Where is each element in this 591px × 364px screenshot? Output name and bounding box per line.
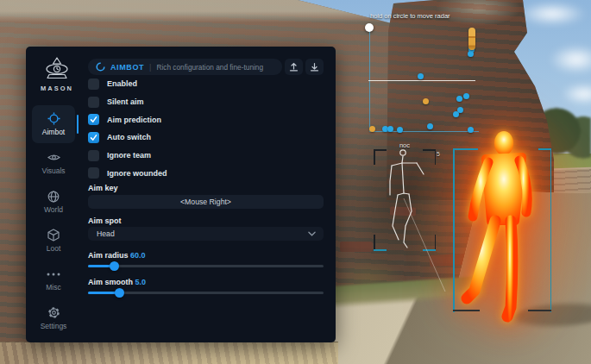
radar-dot [468,127,474,133]
sidebar-item-label: Loot [47,244,61,253]
slider-label: Aim smooth [88,278,133,286]
header-bar: AIMBOT | Rich configuration and fine-tun… [88,59,282,75]
sidebar-item-misc[interactable]: Misc [32,260,75,298]
radar-dot [418,73,424,79]
esp-box-corner [528,310,551,311]
sidebar-item-label: World [44,205,63,214]
globe-icon [47,190,60,203]
aim-spot-label: Aim spot [88,217,122,225]
checkbox-label: Ignore team [107,151,151,160]
esp-box-right [550,148,552,312]
checkbox-row-aim-prediction[interactable]: Aim prediction [88,110,324,129]
slider-thumb[interactable] [115,288,124,298]
aim-radius-slider[interactable] [88,261,324,271]
import-config-button[interactable] [305,59,324,75]
spinner-icon [96,62,105,72]
radar-dot [456,96,462,102]
esp-box-corner [453,148,478,150]
header-separator: | [149,63,151,72]
skeleton-esp: noc 5 [367,138,453,311]
aim-radius-label: Aim radius 60.0 [88,251,146,260]
checkbox-label: Aim prediction [107,116,161,124]
sidebar-item-aimbot[interactable]: Aimbot [32,105,75,143]
checkbox[interactable] [88,132,99,143]
aim-key-bind-button[interactable]: <Mouse Right> [88,195,324,209]
check-icon [90,134,97,141]
sidebar-item-label: Settings [41,322,67,330]
cloud [518,2,587,26]
logo: MASON [26,57,88,92]
check-icon [90,116,97,123]
sidebar-item-visuals[interactable]: Visuals [32,144,75,182]
page-subtitle: Rich configuration and fine-tuning [156,63,263,72]
player-esp-box [453,148,551,312]
aim-target-line [404,198,445,292]
skeleton-bones [367,138,453,311]
cloud [549,45,591,74]
radar-dot [468,51,474,57]
chevron-down-icon [308,229,316,238]
sidebar-item-world[interactable]: World [32,183,75,221]
sidebar-item-label: Visuals [41,166,65,175]
eye-icon [47,151,60,164]
checkbox[interactable] [88,150,99,161]
gear-icon [47,306,60,319]
radar-dot [427,123,433,129]
checkbox-label: Ignore wounded [107,169,167,178]
aim-spot-dropdown[interactable]: Head [88,227,324,241]
ground-strip [0,342,338,364]
aim-smooth-label: Aim smooth 5.0 [88,278,146,286]
esp-box-corner [538,148,551,150]
radar-widget[interactable]: hold on circle to move radar [359,10,501,148]
checkbox-row-auto-switch[interactable]: Auto switch [88,129,324,147]
radar-marker-capsule [468,28,475,50]
upload-icon [289,62,299,72]
checkbox-row-ignore-team[interactable]: Ignore team [88,147,324,165]
mason-eye-logo-icon [43,57,71,80]
aim-key-label: Aim key [88,184,118,192]
radar-dot [387,126,393,132]
menu-main-content: AIMBOT | Rich configuration and fine-tun… [88,47,324,342]
checkbox-label: Silent aim [107,97,144,106]
crosshair-icon [47,112,60,125]
esp-box-corner [453,310,480,311]
checkbox[interactable] [88,167,99,179]
sidebar-item-label: Misc [46,283,60,292]
checkbox[interactable] [88,97,99,108]
aim-smooth-slider[interactable] [88,288,324,298]
menu-header: AIMBOT | Rich configuration and fine-tun… [88,59,324,75]
slider-track[interactable] [88,265,324,267]
radar-dot [423,98,429,104]
radar-dot [463,93,469,99]
radar-dot [369,126,375,132]
page-title: AIMBOT [110,63,144,72]
aim-spot-value: Head [97,229,115,238]
checkbox-list: Enabled Silent aim Aim prediction Auto s… [88,75,324,182]
radar-dot [453,111,459,117]
slider-value: 60.0 [130,251,146,260]
slider-label: Aim radius [88,251,129,260]
ellipsis-icon [47,267,60,280]
checkbox[interactable] [88,114,99,125]
checkbox-label: Auto switch [107,133,151,141]
logo-text: MASON [26,85,88,92]
export-config-button[interactable] [285,59,303,75]
radar-dots [359,10,501,148]
sidebar-item-loot[interactable]: Loot [32,222,75,260]
checkbox[interactable] [88,78,99,90]
esp-box-left [453,148,455,312]
cheat-menu-panel: MASON Aimbot Visuals World [26,47,336,342]
checkbox-row-enabled[interactable]: Enabled [88,75,324,93]
sidebar-item-label: Aimbot [42,128,65,136]
game-screen: noc 5 hold on circle to move r [0,0,591,364]
checkbox-row-silent-aim[interactable]: Silent aim [88,93,324,111]
checkbox-label: Enabled [107,79,137,88]
aim-key-value: <Mouse Right> [180,198,231,206]
slider-value: 5.0 [135,278,147,286]
sidebar-item-settings[interactable]: Settings [32,299,75,337]
slider-thumb[interactable] [110,261,119,271]
checkbox-row-ignore-wounded[interactable]: Ignore wounded [88,164,324,182]
cube-icon [47,229,60,242]
sidebar: MASON Aimbot Visuals World [26,47,88,342]
download-icon [310,62,319,72]
